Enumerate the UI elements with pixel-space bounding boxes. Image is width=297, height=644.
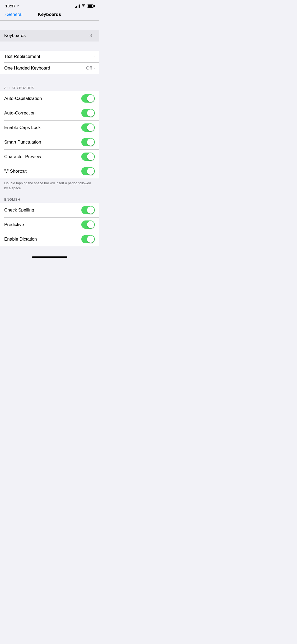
- spacer-3: [0, 74, 99, 83]
- battery-icon: [87, 4, 94, 8]
- toggle-knob: [87, 236, 94, 243]
- all-keyboards-header: ALL KEYBOARDS: [0, 83, 99, 91]
- status-bar: 10:37 ↗: [0, 0, 99, 10]
- enable-dictation-label: Enable Dictation: [4, 237, 37, 242]
- check-spelling-label: Check Spelling: [4, 208, 34, 213]
- toggle-knob: [87, 206, 94, 214]
- one-handed-keyboard-chevron-icon: ›: [93, 66, 95, 70]
- english-label: ENGLISH: [4, 197, 20, 201]
- enable-dictation-row: Enable Dictation: [0, 232, 99, 246]
- page-title: Keyboards: [38, 12, 61, 17]
- period-shortcut-label: "." Shortcut: [4, 169, 27, 174]
- auto-correction-label: Auto-Correction: [4, 111, 36, 116]
- one-handed-keyboard-value: Off: [86, 66, 92, 71]
- character-preview-row: Character Preview: [0, 149, 99, 164]
- back-label: General: [7, 12, 22, 17]
- one-handed-keyboard-label: One Handed Keyboard: [4, 66, 50, 71]
- check-spelling-row: Check Spelling: [0, 203, 99, 217]
- auto-correction-row: Auto-Correction: [0, 106, 99, 120]
- character-preview-label: Character Preview: [4, 154, 41, 159]
- all-keyboards-group: Auto-Capitalization Auto-Correction Enab…: [0, 91, 99, 178]
- back-chevron-icon: ‹: [4, 12, 6, 17]
- period-shortcut-note: Double tapping the space bar will insert…: [4, 181, 91, 190]
- predictive-toggle[interactable]: [81, 220, 95, 229]
- text-replacement-row[interactable]: Text Replacement ›: [0, 51, 99, 62]
- spacer-2: [0, 42, 99, 51]
- smart-punctuation-label: Smart Punctuation: [4, 140, 41, 145]
- bottom-spacer: [0, 246, 99, 254]
- chevron-right-icon: ›: [93, 34, 95, 38]
- character-preview-toggle[interactable]: [81, 153, 95, 161]
- keyboards-label: Keyboards: [4, 33, 26, 38]
- keyboards-group: Keyboards 8 ›: [0, 30, 99, 42]
- auto-capitalization-toggle[interactable]: [81, 94, 95, 103]
- nav-bar: ‹ General Keyboards: [0, 10, 99, 20]
- home-indicator: [0, 254, 99, 260]
- home-bar: [32, 256, 67, 258]
- top-spacer: [0, 21, 99, 30]
- predictive-label: Predictive: [4, 222, 24, 227]
- location-icon: ↗: [16, 4, 19, 8]
- keyboards-count: 8: [89, 33, 92, 38]
- text-replacement-label: Text Replacement: [4, 54, 40, 59]
- text-replacement-chevron-icon: ›: [93, 54, 95, 59]
- english-header: ENGLISH: [0, 195, 99, 203]
- predictive-row: Predictive: [0, 217, 99, 232]
- enable-caps-lock-row: Enable Caps Lock: [0, 120, 99, 135]
- links-group: Text Replacement › One Handed Keyboard O…: [0, 51, 99, 74]
- keyboards-row[interactable]: Keyboards 8 ›: [0, 30, 99, 42]
- toggle-knob: [87, 109, 94, 117]
- one-handed-keyboard-row[interactable]: One Handed Keyboard Off ›: [0, 62, 99, 74]
- smart-punctuation-toggle[interactable]: [81, 138, 95, 146]
- period-shortcut-toggle[interactable]: [81, 167, 95, 175]
- status-icons: [75, 4, 94, 8]
- english-group: Check Spelling Predictive Enable Dictati…: [0, 203, 99, 246]
- status-time: 10:37 ↗: [5, 4, 19, 8]
- signal-icon: [75, 4, 80, 8]
- toggle-knob: [87, 139, 94, 146]
- wifi-icon: [81, 4, 86, 8]
- period-shortcut-row: "." Shortcut: [0, 164, 99, 178]
- check-spelling-toggle[interactable]: [81, 206, 95, 214]
- enable-caps-lock-label: Enable Caps Lock: [4, 125, 41, 130]
- smart-punctuation-row: Smart Punctuation: [0, 135, 99, 149]
- period-shortcut-footer: Double tapping the space bar will insert…: [0, 178, 99, 195]
- all-keyboards-label: ALL KEYBOARDS: [4, 86, 34, 90]
- toggle-knob: [87, 221, 94, 228]
- auto-capitalization-row: Auto-Capitalization: [0, 91, 99, 106]
- toggle-knob: [87, 168, 94, 175]
- toggle-knob: [87, 153, 94, 160]
- toggle-knob: [87, 124, 94, 131]
- enable-dictation-toggle[interactable]: [81, 235, 95, 243]
- auto-correction-toggle[interactable]: [81, 109, 95, 117]
- toggle-knob: [87, 95, 94, 102]
- enable-caps-lock-toggle[interactable]: [81, 123, 95, 132]
- back-button[interactable]: ‹ General: [4, 12, 22, 17]
- auto-capitalization-label: Auto-Capitalization: [4, 96, 42, 101]
